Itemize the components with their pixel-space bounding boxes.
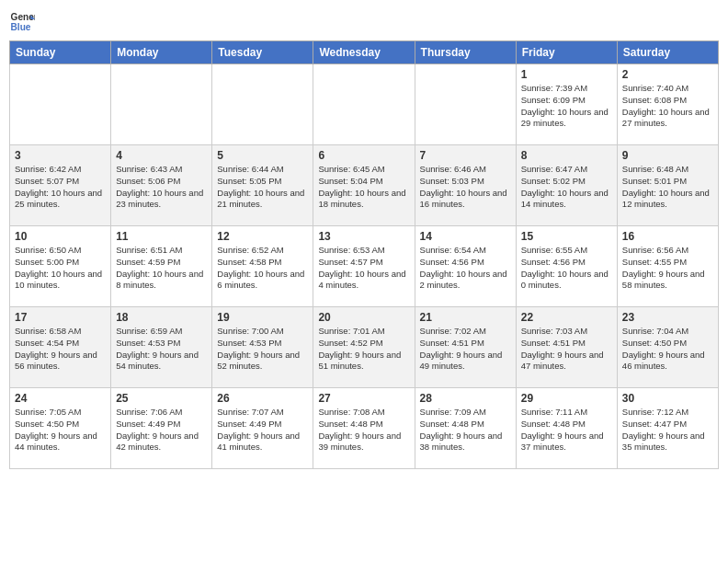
day-number: 28 bbox=[420, 392, 511, 405]
day-info: Sunrise: 7:39 AMSunset: 6:09 PMDaylight:… bbox=[521, 83, 612, 130]
weekday-header: Thursday bbox=[415, 41, 516, 64]
calendar-cell: 17Sunrise: 6:58 AMSunset: 4:54 PMDayligh… bbox=[10, 307, 111, 388]
day-number: 30 bbox=[622, 392, 713, 405]
calendar-cell: 8Sunrise: 6:47 AMSunset: 5:02 PMDaylight… bbox=[516, 145, 617, 226]
weekday-header: Friday bbox=[516, 41, 617, 64]
day-number: 16 bbox=[622, 230, 713, 243]
calendar-cell: 22Sunrise: 7:03 AMSunset: 4:51 PMDayligh… bbox=[516, 307, 617, 388]
day-number: 9 bbox=[622, 149, 713, 162]
day-number: 6 bbox=[318, 149, 409, 162]
calendar-cell: 18Sunrise: 6:59 AMSunset: 4:53 PMDayligh… bbox=[111, 307, 212, 388]
day-number: 27 bbox=[318, 392, 409, 405]
calendar-cell: 16Sunrise: 6:56 AMSunset: 4:55 PMDayligh… bbox=[617, 226, 718, 307]
day-number: 25 bbox=[116, 392, 207, 405]
day-info: Sunrise: 6:51 AMSunset: 4:59 PMDaylight:… bbox=[116, 245, 207, 292]
day-number: 14 bbox=[420, 230, 511, 243]
day-info: Sunrise: 6:59 AMSunset: 4:53 PMDaylight:… bbox=[116, 326, 207, 373]
day-number: 29 bbox=[521, 392, 612, 405]
day-info: Sunrise: 6:56 AMSunset: 4:55 PMDaylight:… bbox=[622, 245, 713, 292]
calendar-cell: 11Sunrise: 6:51 AMSunset: 4:59 PMDayligh… bbox=[111, 226, 212, 307]
day-info: Sunrise: 6:44 AMSunset: 5:05 PMDaylight:… bbox=[217, 164, 308, 211]
day-info: Sunrise: 7:00 AMSunset: 4:53 PMDaylight:… bbox=[217, 326, 308, 373]
day-info: Sunrise: 6:58 AMSunset: 4:54 PMDaylight:… bbox=[15, 326, 106, 373]
day-info: Sunrise: 7:02 AMSunset: 4:51 PMDaylight:… bbox=[420, 326, 511, 373]
day-info: Sunrise: 6:54 AMSunset: 4:56 PMDaylight:… bbox=[420, 245, 511, 292]
calendar-cell: 9Sunrise: 6:48 AMSunset: 5:01 PMDaylight… bbox=[617, 145, 718, 226]
weekday-header-row: SundayMondayTuesdayWednesdayThursdayFrid… bbox=[10, 41, 719, 64]
calendar-cell: 21Sunrise: 7:02 AMSunset: 4:51 PMDayligh… bbox=[415, 307, 516, 388]
calendar-cell: 13Sunrise: 6:53 AMSunset: 4:57 PMDayligh… bbox=[313, 226, 415, 307]
weekday-header: Tuesday bbox=[212, 41, 313, 64]
calendar-cell: 5Sunrise: 6:44 AMSunset: 5:05 PMDaylight… bbox=[212, 145, 313, 226]
calendar-cell: 1Sunrise: 7:39 AMSunset: 6:09 PMDaylight… bbox=[516, 64, 617, 145]
calendar-week-row: 3Sunrise: 6:42 AMSunset: 5:07 PMDaylight… bbox=[10, 145, 719, 226]
calendar-cell: 25Sunrise: 7:06 AMSunset: 4:49 PMDayligh… bbox=[111, 388, 212, 469]
calendar-cell: 12Sunrise: 6:52 AMSunset: 4:58 PMDayligh… bbox=[212, 226, 313, 307]
day-number: 15 bbox=[521, 230, 612, 243]
weekday-header: Sunday bbox=[10, 41, 111, 64]
day-info: Sunrise: 6:52 AMSunset: 4:58 PMDaylight:… bbox=[217, 245, 308, 292]
calendar-cell: 4Sunrise: 6:43 AMSunset: 5:06 PMDaylight… bbox=[111, 145, 212, 226]
calendar-cell bbox=[415, 64, 516, 145]
calendar-cell bbox=[313, 64, 415, 145]
day-number: 5 bbox=[217, 149, 308, 162]
calendar-week-row: 17Sunrise: 6:58 AMSunset: 4:54 PMDayligh… bbox=[10, 307, 719, 388]
calendar-week-row: 24Sunrise: 7:05 AMSunset: 4:50 PMDayligh… bbox=[10, 388, 719, 469]
day-info: Sunrise: 6:48 AMSunset: 5:01 PMDaylight:… bbox=[622, 164, 713, 211]
logo-icon: General Blue bbox=[9, 9, 35, 35]
calendar-cell: 20Sunrise: 7:01 AMSunset: 4:52 PMDayligh… bbox=[313, 307, 415, 388]
day-info: Sunrise: 7:07 AMSunset: 4:49 PMDaylight:… bbox=[217, 407, 308, 454]
day-info: Sunrise: 7:06 AMSunset: 4:49 PMDaylight:… bbox=[116, 407, 207, 454]
day-info: Sunrise: 6:47 AMSunset: 5:02 PMDaylight:… bbox=[521, 164, 612, 211]
day-info: Sunrise: 7:04 AMSunset: 4:50 PMDaylight:… bbox=[622, 326, 713, 373]
day-number: 23 bbox=[622, 311, 713, 324]
calendar-cell: 27Sunrise: 7:08 AMSunset: 4:48 PMDayligh… bbox=[313, 388, 415, 469]
day-info: Sunrise: 7:40 AMSunset: 6:08 PMDaylight:… bbox=[622, 83, 713, 130]
day-info: Sunrise: 7:08 AMSunset: 4:48 PMDaylight:… bbox=[318, 407, 409, 454]
day-info: Sunrise: 6:45 AMSunset: 5:04 PMDaylight:… bbox=[318, 164, 409, 211]
day-number: 19 bbox=[217, 311, 308, 324]
day-info: Sunrise: 6:55 AMSunset: 4:56 PMDaylight:… bbox=[521, 245, 612, 292]
calendar-cell: 10Sunrise: 6:50 AMSunset: 5:00 PMDayligh… bbox=[10, 226, 111, 307]
day-number: 1 bbox=[521, 68, 612, 81]
calendar-cell: 7Sunrise: 6:46 AMSunset: 5:03 PMDaylight… bbox=[415, 145, 516, 226]
day-info: Sunrise: 6:42 AMSunset: 5:07 PMDaylight:… bbox=[15, 164, 106, 211]
day-number: 12 bbox=[217, 230, 308, 243]
day-info: Sunrise: 7:05 AMSunset: 4:50 PMDaylight:… bbox=[15, 407, 106, 454]
calendar-cell: 2Sunrise: 7:40 AMSunset: 6:08 PMDaylight… bbox=[617, 64, 718, 145]
calendar-cell: 26Sunrise: 7:07 AMSunset: 4:49 PMDayligh… bbox=[212, 388, 313, 469]
page-header: General Blue bbox=[9, 9, 719, 35]
day-number: 3 bbox=[15, 149, 106, 162]
calendar-cell: 6Sunrise: 6:45 AMSunset: 5:04 PMDaylight… bbox=[313, 145, 415, 226]
day-number: 11 bbox=[116, 230, 207, 243]
logo: General Blue bbox=[9, 9, 35, 35]
calendar-cell: 29Sunrise: 7:11 AMSunset: 4:48 PMDayligh… bbox=[516, 388, 617, 469]
day-number: 17 bbox=[15, 311, 106, 324]
day-number: 21 bbox=[420, 311, 511, 324]
weekday-header: Wednesday bbox=[313, 41, 415, 64]
calendar-cell: 23Sunrise: 7:04 AMSunset: 4:50 PMDayligh… bbox=[617, 307, 718, 388]
day-number: 4 bbox=[116, 149, 207, 162]
calendar-cell bbox=[212, 64, 313, 145]
svg-text:Blue: Blue bbox=[11, 22, 31, 32]
calendar-cell bbox=[10, 64, 111, 145]
day-number: 22 bbox=[521, 311, 612, 324]
day-number: 13 bbox=[318, 230, 409, 243]
day-info: Sunrise: 6:50 AMSunset: 5:00 PMDaylight:… bbox=[15, 245, 106, 292]
calendar-cell: 19Sunrise: 7:00 AMSunset: 4:53 PMDayligh… bbox=[212, 307, 313, 388]
calendar-table: SundayMondayTuesdayWednesdayThursdayFrid… bbox=[9, 40, 719, 469]
weekday-header: Saturday bbox=[617, 41, 718, 64]
day-info: Sunrise: 7:09 AMSunset: 4:48 PMDaylight:… bbox=[420, 407, 511, 454]
weekday-header: Monday bbox=[111, 41, 212, 64]
calendar-week-row: 1Sunrise: 7:39 AMSunset: 6:09 PMDaylight… bbox=[10, 64, 719, 145]
day-number: 8 bbox=[521, 149, 612, 162]
day-number: 7 bbox=[420, 149, 511, 162]
day-number: 10 bbox=[15, 230, 106, 243]
day-info: Sunrise: 7:12 AMSunset: 4:47 PMDaylight:… bbox=[622, 407, 713, 454]
day-info: Sunrise: 7:03 AMSunset: 4:51 PMDaylight:… bbox=[521, 326, 612, 373]
calendar-cell: 15Sunrise: 6:55 AMSunset: 4:56 PMDayligh… bbox=[516, 226, 617, 307]
calendar-cell: 14Sunrise: 6:54 AMSunset: 4:56 PMDayligh… bbox=[415, 226, 516, 307]
day-number: 20 bbox=[318, 311, 409, 324]
calendar-cell bbox=[111, 64, 212, 145]
day-number: 2 bbox=[622, 68, 713, 81]
